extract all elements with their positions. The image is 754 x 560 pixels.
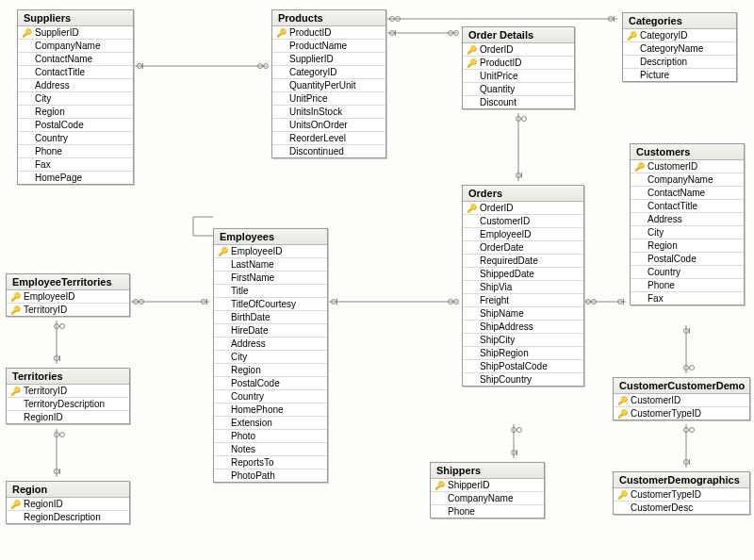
table-header[interactable]: Categories (623, 13, 736, 29)
table-header[interactable]: Suppliers (18, 10, 133, 26)
column-row[interactable]: 🔑CustomerTypeID (614, 488, 749, 502)
table-header[interactable]: Customers (631, 144, 744, 160)
column-row[interactable]: UnitPrice (463, 70, 574, 83)
table-header[interactable]: Employees (214, 229, 327, 245)
table-header[interactable]: CustomerCustomerDemo (614, 378, 749, 394)
column-row[interactable]: HireDate (214, 324, 327, 338)
column-row[interactable]: ContactTitle (631, 200, 744, 213)
column-row[interactable]: Country (631, 266, 744, 279)
column-row[interactable]: CompanyName (431, 492, 544, 505)
column-row[interactable]: Region (18, 106, 133, 119)
table-products[interactable]: Products🔑ProductIDProductNameSupplierIDC… (271, 9, 386, 158)
column-row[interactable]: ShipVia (463, 281, 583, 294)
column-row[interactable]: City (18, 92, 133, 106)
column-row[interactable]: Region (214, 364, 327, 377)
column-row[interactable]: Description (623, 56, 736, 69)
column-row[interactable]: ShipCountry (463, 373, 583, 386)
column-row[interactable]: ReportsTo (214, 456, 327, 469)
column-row[interactable]: ContactName (18, 53, 133, 66)
column-row[interactable]: ContactTitle (18, 66, 133, 79)
column-row[interactable]: PhotoPath (214, 469, 327, 482)
column-row[interactable]: CategoryName (623, 42, 736, 56)
table-territories[interactable]: Territories🔑TerritoryIDTerritoryDescript… (6, 368, 130, 424)
table-shippers[interactable]: Shippers🔑ShipperIDCompanyNamePhone (430, 462, 545, 519)
column-row[interactable]: Picture (623, 69, 736, 81)
column-row[interactable]: Extension (214, 417, 327, 430)
column-row[interactable]: 🔑ProductID (272, 26, 385, 40)
column-row[interactable]: 🔑RegionID (7, 498, 129, 511)
column-row[interactable]: Notes (214, 443, 327, 456)
column-row[interactable]: 🔑CustomerID (614, 394, 749, 407)
column-row[interactable]: RegionDescription (7, 511, 129, 523)
column-row[interactable]: 🔑EmployeeID (7, 290, 129, 304)
column-row[interactable]: 🔑SupplierID (18, 26, 133, 40)
column-row[interactable]: SupplierID (272, 53, 385, 66)
column-row[interactable]: 🔑CustomerTypeID (614, 407, 749, 420)
column-row[interactable]: Freight (463, 294, 583, 307)
column-row[interactable]: City (214, 351, 327, 364)
column-row[interactable]: CategoryID (272, 66, 385, 79)
column-row[interactable]: Photo (214, 430, 327, 443)
table-suppliers[interactable]: Suppliers🔑SupplierIDCompanyNameContactNa… (17, 9, 134, 185)
column-row[interactable]: ShipPostalCode (463, 360, 583, 373)
column-row[interactable]: CustomerID (463, 215, 583, 228)
column-row[interactable]: UnitsOnOrder (272, 119, 385, 132)
column-row[interactable]: PostalCode (18, 119, 133, 132)
column-row[interactable]: ReorderLevel (272, 132, 385, 145)
column-row[interactable]: Phone (18, 145, 133, 158)
table-header[interactable]: Territories (7, 369, 129, 385)
column-row[interactable]: 🔑ShipperID (431, 479, 544, 492)
column-row[interactable]: 🔑CategoryID (623, 29, 736, 42)
column-row[interactable]: ShipName (463, 307, 583, 321)
column-row[interactable]: CustomerDesc (614, 502, 749, 514)
column-row[interactable]: Quantity (463, 83, 574, 96)
table-header[interactable]: Order Details (463, 27, 574, 43)
table-customerdemographics[interactable]: CustomerDemographics🔑CustomerTypeIDCusto… (613, 471, 750, 515)
column-row[interactable]: 🔑TerritoryID (7, 304, 129, 316)
column-row[interactable]: 🔑EmployeeID (214, 245, 327, 258)
column-row[interactable]: TerritoryDescription (7, 398, 129, 411)
column-row[interactable]: OrderDate (463, 241, 583, 255)
column-row[interactable]: CompanyName (631, 173, 744, 187)
table-header[interactable]: CustomerDemographics (614, 472, 749, 488)
column-row[interactable]: Phone (431, 505, 544, 518)
column-row[interactable]: 🔑TerritoryID (7, 385, 129, 398)
column-row[interactable]: Country (18, 132, 133, 145)
column-row[interactable]: Region (631, 239, 744, 253)
table-header[interactable]: Products (272, 10, 385, 26)
table-customers[interactable]: Customers🔑CustomerIDCompanyNameContactNa… (630, 143, 745, 305)
column-row[interactable]: ShipAddress (463, 321, 583, 334)
column-row[interactable]: UnitsInStock (272, 106, 385, 119)
column-row[interactable]: 🔑CustomerID (631, 160, 744, 173)
column-row[interactable]: ProductName (272, 40, 385, 53)
table-region[interactable]: Region🔑RegionIDRegionDescription (6, 481, 130, 524)
table-employees[interactable]: Employees🔑EmployeeIDLastNameFirstNameTit… (213, 228, 328, 483)
column-row[interactable]: Fax (631, 292, 744, 305)
column-row[interactable]: ShippedDate (463, 268, 583, 281)
table-employeeterritories[interactable]: EmployeeTerritories🔑EmployeeID🔑Territory… (6, 273, 130, 317)
column-row[interactable]: Phone (631, 279, 744, 292)
table-header[interactable]: Orders (463, 186, 583, 202)
column-row[interactable]: QuantityPerUnit (272, 79, 385, 92)
column-row[interactable]: Address (631, 213, 744, 226)
column-row[interactable]: 🔑OrderID (463, 202, 583, 215)
table-orders[interactable]: Orders🔑OrderIDCustomerIDEmployeeIDOrderD… (462, 185, 584, 387)
column-row[interactable]: Discontinued (272, 145, 385, 157)
column-row[interactable]: UnitPrice (272, 92, 385, 106)
column-row[interactable]: RegionID (7, 411, 129, 423)
column-row[interactable]: 🔑OrderID (463, 43, 574, 57)
table-header[interactable]: Region (7, 482, 129, 498)
column-row[interactable]: EmployeeID (463, 228, 583, 241)
column-row[interactable]: HomePage (18, 172, 133, 184)
column-row[interactable]: Discount (463, 96, 574, 108)
column-row[interactable]: Fax (18, 158, 133, 172)
column-row[interactable]: PostalCode (214, 377, 327, 390)
column-row[interactable]: City (631, 226, 744, 239)
column-row[interactable]: TitleOfCourtesy (214, 298, 327, 311)
table-customercustomerdemo[interactable]: CustomerCustomerDemo🔑CustomerID🔑Customer… (613, 377, 750, 420)
column-row[interactable]: Title (214, 285, 327, 298)
column-row[interactable]: ShipRegion (463, 347, 583, 360)
column-row[interactable]: Country (214, 390, 327, 404)
column-row[interactable]: CompanyName (18, 40, 133, 53)
column-row[interactable]: ShipCity (463, 334, 583, 347)
